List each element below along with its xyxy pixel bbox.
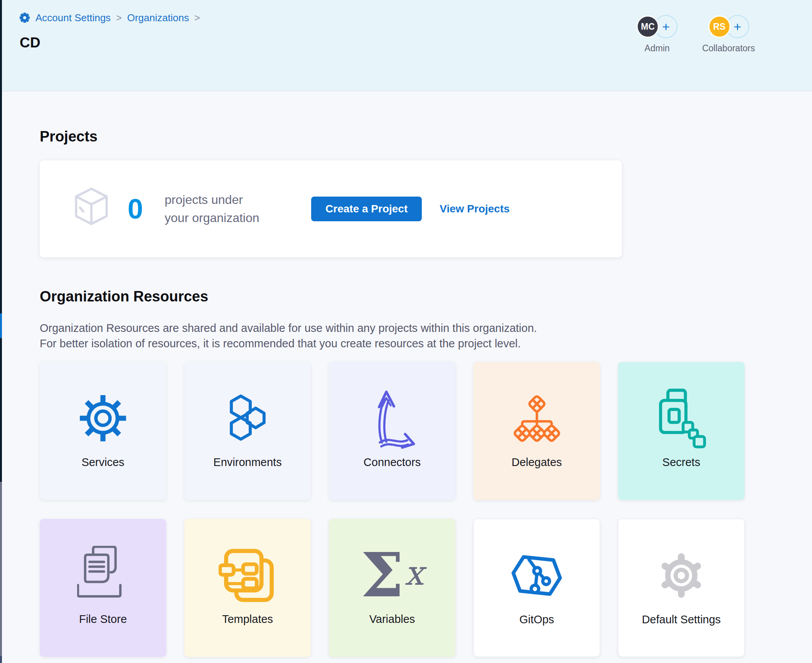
project-count: 0 <box>128 193 143 225</box>
breadcrumb: Account Settings > Organizations > <box>19 12 201 24</box>
resource-card-label: Connectors <box>364 456 421 469</box>
sigma-x-icon: Σ x <box>361 546 423 604</box>
breadcrumb-link-organizations[interactable]: Organizations <box>127 12 189 24</box>
secrets-lock-icon <box>657 389 706 448</box>
x-glyph: x <box>404 556 424 590</box>
project-cube-icon <box>70 186 113 232</box>
resource-card-connectors[interactable]: Connectors <box>329 362 455 500</box>
resource-card-label: Default Settings <box>642 613 721 626</box>
resource-card-default-settings[interactable]: Default Settings <box>618 519 745 657</box>
projects-heading: Projects <box>40 128 782 145</box>
hexagons-icon <box>221 389 275 448</box>
resources-grid-row-1: Services Environments <box>40 362 782 500</box>
admin-label: Admin <box>645 43 670 54</box>
resource-card-services[interactable]: Services <box>40 362 166 500</box>
resource-card-environments[interactable]: Environments <box>184 362 311 500</box>
collaborators-label: Collaborators <box>702 43 755 54</box>
view-projects-link[interactable]: View Projects <box>440 203 510 215</box>
admin-avatar[interactable]: MC <box>637 15 659 38</box>
description-line: Organization Resources are shared and av… <box>40 320 782 336</box>
nav-edge-strip <box>0 0 2 663</box>
breadcrumb-link-account-settings[interactable]: Account Settings <box>35 12 111 24</box>
organization-resources-description: Organization Resources are shared and av… <box>40 320 782 351</box>
description-line: For better isolation of resources, it is… <box>40 336 782 351</box>
collaborator-avatar[interactable]: RS <box>708 15 731 38</box>
projects-summary-card: 0 projects under your organization Creat… <box>40 160 622 257</box>
resource-card-secrets[interactable]: Secrets <box>618 362 745 500</box>
resource-card-label: Delegates <box>512 456 562 469</box>
collaborators-group: RS + Collaborators <box>702 15 755 54</box>
resource-card-file-store[interactable]: File Store <box>40 519 166 657</box>
resources-grid-row-2: File Store Templates <box>40 519 782 657</box>
resource-card-templates[interactable]: Templates <box>184 519 311 657</box>
page-header: Account Settings > Organizations > CD MC… <box>2 0 812 91</box>
resource-card-label: GitOps <box>519 613 554 626</box>
breadcrumb-separator: > <box>115 12 123 24</box>
people-panel: MC + Admin RS + Collaborators <box>637 15 755 54</box>
nav-edge-strip-footer <box>0 656 2 663</box>
nav-edge-strip-accent <box>0 313 2 338</box>
organization-resources-heading: Organization Resources <box>40 288 782 305</box>
admin-group: MC + Admin <box>637 15 677 54</box>
branching-arrows-icon <box>363 389 421 448</box>
gear-outline-icon <box>654 546 708 605</box>
resource-card-gitops[interactable]: GitOps <box>473 519 600 657</box>
gear-icon <box>76 389 130 448</box>
template-docs-icon <box>219 546 276 604</box>
resource-card-label: Variables <box>369 613 415 626</box>
settings-gear-icon <box>19 12 31 24</box>
file-stack-icon <box>77 546 129 604</box>
resource-card-label: Services <box>81 456 124 469</box>
create-project-button[interactable]: Create a Project <box>311 197 422 221</box>
resource-card-variables[interactable]: Σ x Variables <box>329 519 455 657</box>
nav-edge-strip-dark <box>0 0 2 482</box>
resource-card-label: Secrets <box>662 456 700 469</box>
page-title: CD <box>20 35 40 51</box>
delegate-tree-icon <box>509 389 565 448</box>
gitops-hexagon-icon <box>508 546 565 605</box>
resource-card-label: File Store <box>79 613 127 626</box>
project-count-caption: projects under your organization <box>165 191 268 227</box>
breadcrumb-separator: > <box>194 12 201 24</box>
sigma-glyph: Σ <box>361 545 404 606</box>
main-content: Projects 0 projects under your organizat… <box>40 91 782 657</box>
resource-card-label: Environments <box>213 456 281 469</box>
resource-card-label: Templates <box>222 613 273 626</box>
resource-card-delegates[interactable]: Delegates <box>473 362 600 500</box>
